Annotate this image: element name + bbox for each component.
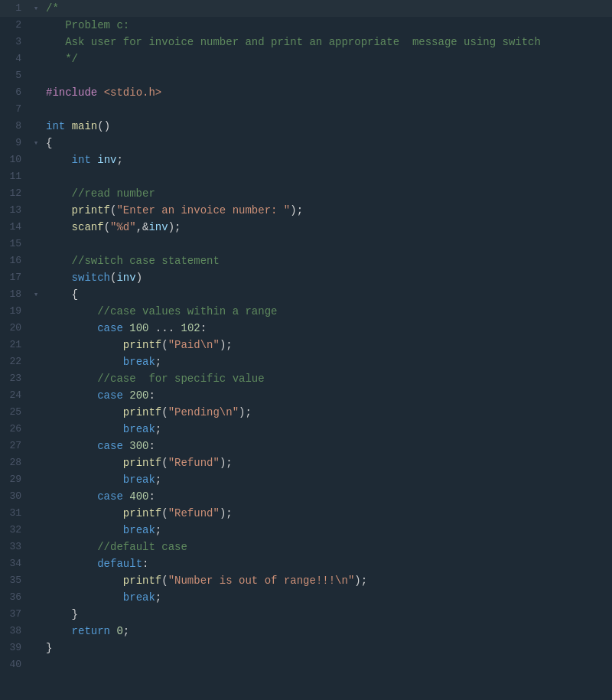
token-plain [46,339,123,351]
token-plain [46,558,97,570]
line-number: 26 [0,421,31,438]
code-content: #include <stdio.h> [41,84,612,101]
token-keyword: case [97,490,123,503]
token-keyword: switch [72,272,110,284]
token-plain [46,221,72,233]
token-plain [46,187,72,200]
code-content: //switch case statement [41,252,612,269]
token-punc: ); [168,221,181,233]
token-punc: ); [354,575,367,587]
token-plain [46,154,72,166]
token-plain [46,608,72,620]
line-number: 6 [0,84,31,101]
line-number: 32 [0,522,31,539]
code-content: break; [41,353,612,370]
line-number: 30 [0,488,31,505]
token-keyword: case [97,440,123,452]
code-line: 14 scanf("%d",&inv); [0,219,612,236]
token-plain [46,406,123,418]
token-include: <stdio.h> [104,86,162,99]
fold-icon[interactable]: ▾ [31,135,41,151]
code-line: 16 //switch case statement [0,252,612,269]
token-string: "%d" [110,221,136,233]
token-plain [46,373,97,385]
token-punc: ; [155,356,161,368]
token-punc: ; [155,524,161,536]
token-punc: { [72,288,78,301]
token-keyword: case [97,322,123,334]
code-content: break; [41,522,612,539]
token-number: 400 [129,490,148,503]
token-plain [46,524,123,536]
code-line: 17 switch(inv) [0,269,612,286]
token-number: 0 [116,625,122,637]
token-function: printf [123,507,161,519]
token-punc: : [148,389,155,402]
token-punc: { [46,137,52,149]
code-line: 37 } [0,606,612,623]
token-plain [91,154,97,166]
token-plain [123,490,129,503]
token-comment: //default case [97,541,187,553]
code-line: 29 break; [0,471,612,488]
token-function: scanf [72,221,104,233]
token-punc: ( [161,457,168,469]
token-keyword: break [123,474,155,486]
code-line: 11 [0,168,612,185]
code-line: 21 printf("Paid\n"); [0,337,612,353]
token-keyword: break [123,356,155,368]
code-content: switch(inv) [41,269,612,286]
token-plain [46,591,123,604]
token-number: 300 [129,440,148,452]
line-number: 2 [0,17,31,34]
token-punc: ; [155,591,161,604]
token-plain [46,457,123,469]
token-plain [46,288,72,301]
token-punc: ); [220,457,233,469]
token-var: inv [148,221,168,233]
token-punc: ... [155,322,174,334]
code-line: 23 //case for specific value [0,370,612,387]
code-content: Problem c: [41,17,612,34]
code-content: { [41,135,612,151]
token-punc: : [142,558,148,570]
line-number: 40 [0,656,31,673]
token-type: int [72,154,91,166]
token-plain [46,322,97,334]
code-content [41,656,612,673]
line-number: 17 [0,269,31,286]
line-number: 22 [0,353,31,370]
code-line: 20 case 100 ... 102: [0,320,612,337]
code-content: { [41,286,612,303]
line-number: 21 [0,337,31,353]
token-keyword: break [123,524,155,536]
token-string: "Paid\n" [168,339,220,351]
token-type: int [46,120,65,132]
token-punc: ; [116,154,122,166]
line-number: 35 [0,572,31,589]
code-content: } [41,606,612,623]
token-number: 102 [181,322,200,334]
token-plain [123,322,129,334]
code-content [41,236,612,252]
token-punc: : [200,322,207,334]
line-number: 36 [0,589,31,606]
fold-icon[interactable]: ▾ [31,286,41,303]
code-line: 10 int inv; [0,151,612,168]
code-content: printf("Paid\n"); [41,337,612,353]
code-line: 2 Problem c: [0,17,612,34]
token-plain [46,272,72,284]
code-line: 13 printf("Enter an invoice number: "); [0,202,612,219]
code-line: 28 printf("Refund"); [0,454,612,471]
token-punc: ) [136,272,142,284]
code-content: */ [41,50,612,67]
line-number: 9 [0,135,31,151]
code-content [41,168,612,185]
token-plain [123,389,129,402]
fold-icon[interactable]: ▾ [31,0,41,17]
line-number: 13 [0,202,31,219]
token-string: "Pending\n" [168,406,239,418]
token-function: printf [123,339,161,351]
code-content: int inv; [41,151,612,168]
code-content: //read number [41,185,612,202]
